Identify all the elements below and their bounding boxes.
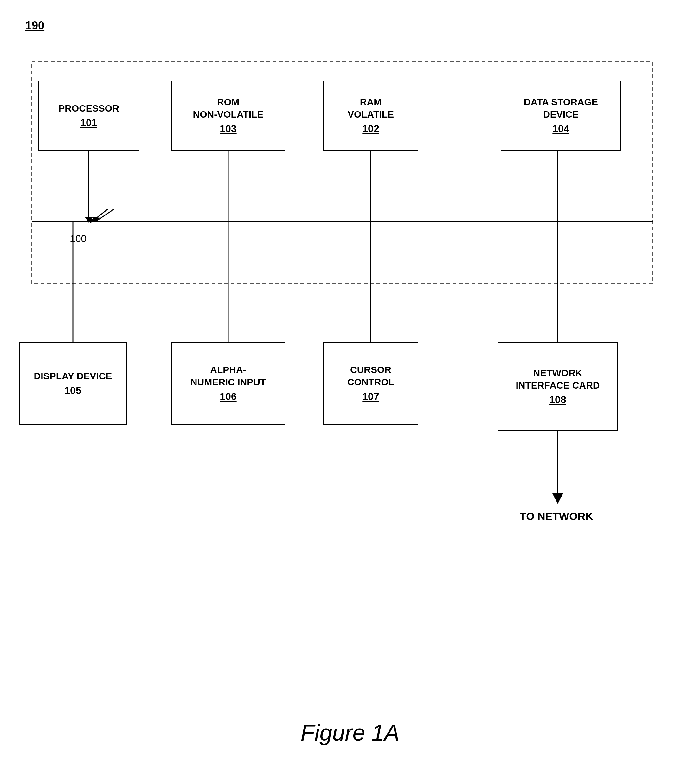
data-storage-box: DATA STORAGE DEVICE 104 xyxy=(501,81,621,151)
cursor-control-label: CURSOR CONTROL xyxy=(347,363,394,388)
ram-box: RAM VOLATILE 102 xyxy=(323,81,418,151)
ram-label: RAM VOLATILE xyxy=(348,96,394,120)
figure-caption: Figure 1A xyxy=(0,720,700,746)
svg-line-15 xyxy=(95,209,114,222)
display-device-ref: 105 xyxy=(64,384,81,397)
svg-marker-8 xyxy=(85,217,93,223)
data-storage-ref: 104 xyxy=(552,122,569,136)
svg-marker-16 xyxy=(92,217,100,222)
processor-label: PROCESSOR xyxy=(58,102,119,114)
bus-label: 100 xyxy=(70,233,86,245)
page-number: 190 xyxy=(25,19,44,33)
processor-box: PROCESSOR 101 xyxy=(38,81,140,151)
alpha-numeric-ref: 106 xyxy=(220,390,236,403)
ram-ref: 102 xyxy=(362,122,379,136)
data-storage-label: DATA STORAGE DEVICE xyxy=(524,96,598,120)
cursor-control-ref: 107 xyxy=(362,390,379,403)
processor-ref: 101 xyxy=(80,116,97,130)
rom-box: ROM NON-VOLATILE 103 xyxy=(171,81,285,151)
display-device-box: DISPLAY DEVICE 105 xyxy=(19,342,127,425)
alpha-numeric-label: ALPHA- NUMERIC INPUT xyxy=(190,363,266,388)
alpha-numeric-box: ALPHA- NUMERIC INPUT 106 xyxy=(171,342,285,425)
svg-line-6 xyxy=(90,209,108,223)
svg-marker-14 xyxy=(552,493,563,504)
to-network-label: TO NETWORK xyxy=(520,510,593,522)
display-device-label: DISPLAY DEVICE xyxy=(34,370,112,382)
nic-label: NETWORK INTERFACE CARD xyxy=(516,367,599,391)
rom-ref: 103 xyxy=(220,122,236,136)
nic-ref: 108 xyxy=(549,393,566,407)
cursor-control-box: CURSOR CONTROL 107 xyxy=(323,342,418,425)
svg-marker-7 xyxy=(87,219,94,223)
rom-label: ROM NON-VOLATILE xyxy=(193,96,264,120)
nic-box: NETWORK INTERFACE CARD 108 xyxy=(498,342,618,431)
